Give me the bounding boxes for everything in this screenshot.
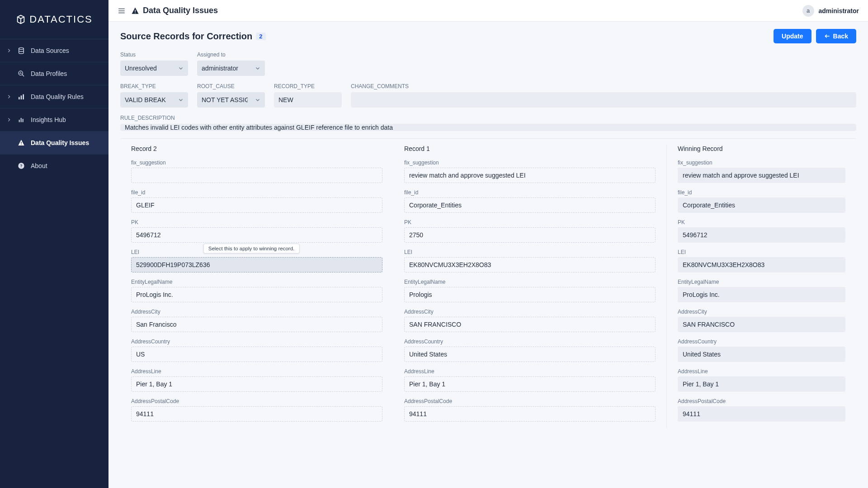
status-select[interactable]: Unresolved xyxy=(120,61,188,76)
chevron-down-icon xyxy=(255,97,260,103)
brand-text: DATACTICS xyxy=(29,14,92,25)
analytics-icon xyxy=(17,116,25,124)
help-icon: ? xyxy=(17,162,25,170)
w-address-postal-code: 94111 xyxy=(678,406,845,422)
r1-address-country[interactable]: United States xyxy=(404,347,656,362)
record-type-input[interactable]: NEW xyxy=(274,92,342,108)
w-address-city: SAN FRANCISCO xyxy=(678,317,845,332)
record-2-column: Record 2 fix_suggestion file_idGLEIF PK5… xyxy=(120,145,393,428)
root-cause-select[interactable]: NOT YET ASSIGNED xyxy=(197,92,265,108)
brand-icon xyxy=(16,14,26,24)
record-1-column: Record 1 fix_suggestionreview match and … xyxy=(393,145,666,428)
nav-item-insights-hub[interactable]: Insights Hub xyxy=(0,108,108,131)
svg-rect-12 xyxy=(135,9,136,12)
chevron-right-icon xyxy=(6,48,12,53)
arrow-left-icon xyxy=(824,33,830,39)
chevron-down-icon xyxy=(255,66,260,71)
nav: Data Sources Data Profiles Data Quality … xyxy=(0,39,108,177)
subheader-title: Source Records for Correction xyxy=(120,31,252,42)
w-fix-suggestion: review match and approve suggested LEI xyxy=(678,168,845,183)
nav-item-data-quality-issues[interactable]: Data Quality Issues xyxy=(0,131,108,155)
menu-toggle-icon[interactable] xyxy=(118,7,126,15)
r1-entity-legal-name[interactable]: Prologis xyxy=(404,287,656,302)
w-lei: EK80NVCMU3X3EH2X8O83 xyxy=(678,257,845,272)
user-name: administrator xyxy=(819,7,859,14)
r2-fix-suggestion[interactable] xyxy=(131,168,382,183)
database-icon xyxy=(17,47,25,55)
nav-label: Data Profiles xyxy=(31,70,67,77)
nav-label: Data Quality Rules xyxy=(31,93,84,100)
w-file-id: Corporate_Entities xyxy=(678,197,845,213)
svg-rect-9 xyxy=(21,144,21,145)
update-button[interactable]: Update xyxy=(774,29,811,43)
rule-description-input[interactable]: Matches invalid LEI codes with other ent… xyxy=(120,124,856,131)
record-type-label: RECORD_TYPE xyxy=(274,83,342,89)
topbar: Data Quality Issues a administrator xyxy=(108,0,868,22)
warning-icon xyxy=(131,7,139,15)
w-entity-legal-name: ProLogis Inc. xyxy=(678,287,845,302)
page-title: Data Quality Issues xyxy=(131,6,218,15)
svg-point-0 xyxy=(19,47,24,49)
r2-entity-legal-name[interactable]: ProLogis Inc. xyxy=(131,287,382,302)
tooltip: Select this to apply to winning record. xyxy=(203,244,300,253)
nav-item-data-quality-rules[interactable]: Data Quality Rules xyxy=(0,85,108,108)
break-type-select[interactable]: VALID BREAK xyxy=(120,92,188,108)
svg-rect-7 xyxy=(23,119,24,122)
r2-file-id[interactable]: GLEIF xyxy=(131,197,382,213)
warning-icon xyxy=(17,139,25,147)
svg-rect-8 xyxy=(21,142,21,144)
r1-address-postal-code[interactable]: 94111 xyxy=(404,406,656,422)
svg-rect-3 xyxy=(21,95,22,99)
record-1-title: Record 1 xyxy=(393,145,656,152)
chevron-right-icon xyxy=(6,94,12,99)
r1-pk[interactable]: 2750 xyxy=(404,227,656,243)
nav-label: Data Quality Issues xyxy=(31,139,89,146)
r2-address-postal-code[interactable]: 94111 xyxy=(131,406,382,422)
svg-rect-6 xyxy=(21,118,22,122)
bar-chart-icon xyxy=(17,93,25,101)
change-comments-label: CHANGE_COMMENTS xyxy=(351,83,856,89)
svg-rect-13 xyxy=(135,12,136,13)
r2-pk[interactable]: 5496712 xyxy=(131,227,382,243)
w-address-line: Pier 1, Bay 1 xyxy=(678,376,845,392)
rule-description-label: RULE_DESCRIPTION xyxy=(120,115,856,121)
chevron-down-icon xyxy=(178,97,184,103)
svg-rect-5 xyxy=(19,120,20,122)
chevron-down-icon xyxy=(178,66,184,71)
r2-address-country[interactable]: US xyxy=(131,347,382,362)
magnify-chart-icon xyxy=(17,70,25,78)
assigned-select[interactable]: administrator xyxy=(197,61,265,76)
svg-rect-4 xyxy=(23,94,24,99)
winning-record-title: Winning Record xyxy=(678,145,845,152)
record-count-badge: 2 xyxy=(256,33,265,40)
svg-text:?: ? xyxy=(20,164,22,168)
nav-item-data-sources[interactable]: Data Sources xyxy=(0,39,108,62)
user-menu[interactable]: a administrator xyxy=(802,5,859,17)
r1-file-id[interactable]: Corporate_Entities xyxy=(404,197,656,213)
page-title-text: Data Quality Issues xyxy=(143,6,218,15)
r1-address-line[interactable]: Pier 1, Bay 1 xyxy=(404,376,656,392)
nav-item-about[interactable]: ? About xyxy=(0,155,108,177)
nav-label: Insights Hub xyxy=(31,116,66,123)
r2-address-city[interactable]: San Francisco xyxy=(131,317,382,332)
w-pk: 5496712 xyxy=(678,227,845,243)
back-button[interactable]: Back xyxy=(816,29,856,43)
avatar: a xyxy=(802,5,814,17)
record-2-title: Record 2 xyxy=(120,145,382,152)
r1-address-city[interactable]: SAN FRANCISCO xyxy=(404,317,656,332)
nav-label: Data Sources xyxy=(31,47,69,54)
sidebar: DATACTICS Data Sources Data Profiles Dat… xyxy=(0,0,108,488)
root-cause-label: ROOT_CAUSE xyxy=(197,83,265,89)
nav-item-data-profiles[interactable]: Data Profiles xyxy=(0,62,108,85)
break-type-label: BREAK_TYPE xyxy=(120,83,188,89)
r2-address-line[interactable]: Pier 1, Bay 1 xyxy=(131,376,382,392)
svg-rect-2 xyxy=(19,97,20,99)
r1-lei[interactable]: EK80NVCMU3X3EH2X8O83 xyxy=(404,257,656,272)
brand-logo: DATACTICS xyxy=(0,0,108,39)
r2-lei[interactable]: 529900DFH19P073LZ636 xyxy=(131,257,382,272)
change-comments-input[interactable] xyxy=(351,92,856,108)
w-address-country: United States xyxy=(678,347,845,362)
chevron-right-icon xyxy=(6,117,12,122)
r1-fix-suggestion[interactable]: review match and approve suggested LEI xyxy=(404,168,656,183)
status-label: Status xyxy=(120,52,188,58)
